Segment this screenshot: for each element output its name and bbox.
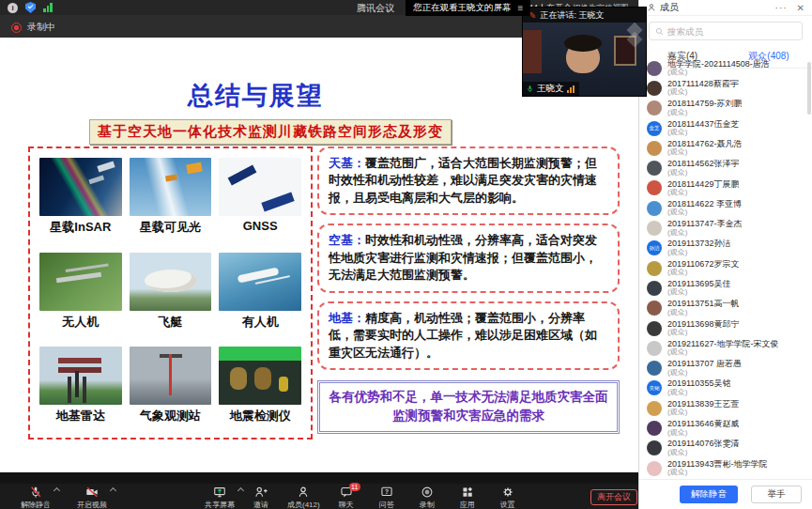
member-row[interactable]: 2019113839王艺萱(观众) <box>639 398 812 418</box>
toolbar-label: 问答 <box>379 500 394 509</box>
member-row[interactable]: 2018114759-苏刘鹏(观众) <box>639 99 812 118</box>
more-options-icon[interactable]: ··· <box>775 3 788 13</box>
bottom-toolbar: 解除静音开启视频 共享屏幕邀请成员(412)聊天11?问答录制应用设置 <box>0 484 638 509</box>
avatar <box>647 81 662 96</box>
toolbar-label: 成员(412) <box>287 500 320 509</box>
seismo-image <box>219 347 301 405</box>
menu-icon[interactable]: ≡ <box>518 3 524 13</box>
search-icon <box>655 27 664 36</box>
toolbar-share-button[interactable]: 共享屏幕 <box>205 486 235 509</box>
member-row[interactable]: 2019110672罗宗文(观众) <box>639 258 812 278</box>
member-row[interactable]: 2017111428蔡霞宇(观众) <box>639 78 812 98</box>
scrollbar[interactable] <box>807 62 811 115</box>
member-row[interactable]: 2019211627-地学学院-宋文俊(观众) <box>639 338 812 358</box>
unmute-button[interactable]: 解除静音 <box>680 486 738 503</box>
avatar <box>647 361 662 376</box>
speaker-video[interactable]: ✎ 正在讲话: 王晓文 王晓文 <box>523 8 646 96</box>
avatar <box>647 421 662 436</box>
member-role: (观众) <box>667 409 739 416</box>
slide-title: 总结与展望 <box>0 79 512 113</box>
video-feed: 王晓文 <box>523 23 646 96</box>
member-row[interactable]: 2019113698黄邱宁(观众) <box>639 318 812 338</box>
toolbar-invite-button[interactable]: 邀请 <box>247 486 275 509</box>
avatar <box>647 161 662 176</box>
member-role: (观众) <box>667 208 742 216</box>
avatar <box>647 440 662 455</box>
member-row[interactable]: 2018114429丁展鹏(观众) <box>639 178 812 198</box>
avatar <box>647 201 662 216</box>
insar-image <box>39 158 122 216</box>
gallery-item: 气象观测站 <box>130 347 212 428</box>
gallery-label: 气象观测站 <box>140 408 201 424</box>
optical-image <box>130 158 212 216</box>
member-role: (观众) <box>667 249 730 256</box>
toolbar-members-button[interactable]: 成员(412) <box>287 486 320 509</box>
member-role: (观众) <box>667 88 739 96</box>
avatar <box>647 61 662 76</box>
avatar <box>647 301 662 316</box>
chevron-up-icon[interactable] <box>110 487 116 494</box>
toolbar-label: 共享屏幕 <box>205 500 235 509</box>
info-box: 天基：覆盖范围广，适合大范围长期监测预警；但时效性和机动性较差，难以满足突发灾害… <box>317 147 620 215</box>
member-row[interactable]: 地学学院-2021114508-唐浩(观众) <box>639 58 812 78</box>
member-row[interactable]: 2018114562张泽宇(观众) <box>639 158 812 177</box>
toolbar-micOff-button[interactable]: 解除静音 <box>21 486 51 509</box>
radar-image <box>39 347 122 405</box>
member-row[interactable]: 2019113747-李金杰(观众) <box>639 218 812 238</box>
member-role: (观众) <box>667 469 767 476</box>
toolbar-label: 开启视频 <box>77 500 107 509</box>
conclusion-box: 各有优势和不足，单一技术无法满足地质灾害全面监测预警和灾害应急的需求 <box>317 380 620 434</box>
recording-icon <box>11 23 22 33</box>
member-row[interactable]: 2019113707 唐若愚(观众) <box>639 358 812 378</box>
member-role: (观众) <box>667 329 739 336</box>
close-panel-icon[interactable]: ✕ <box>797 3 804 13</box>
toolbar-chat-button[interactable]: 聊天11 <box>332 486 360 509</box>
member-row[interactable]: 金芝2018114437伍金芝(观众) <box>639 118 812 138</box>
member-role: (观众) <box>667 309 739 316</box>
member-row[interactable]: 2019113751高一帆(观众) <box>639 299 812 318</box>
member-row[interactable]: 吴铭2019110355吴铭(观众) <box>639 378 812 398</box>
drone-image <box>39 253 122 311</box>
chevron-up-icon[interactable] <box>54 487 60 494</box>
member-row[interactable]: 2019113646黄赵威(观众) <box>639 418 812 438</box>
search-input[interactable] <box>667 26 796 37</box>
gallery-label: 星载可见光 <box>140 219 201 236</box>
member-row[interactable]: 2019114076张雯清(观众) <box>639 439 812 458</box>
slide-bottom-band <box>0 472 638 484</box>
avatar <box>647 180 662 195</box>
avatar: 孙洁 <box>647 240 662 255</box>
speaking-label: 正在讲话: 王晓文 <box>540 9 604 22</box>
gnss-image <box>219 158 301 216</box>
info-icon[interactable]: i <box>8 3 18 13</box>
toolbar-record-button[interactable]: 录制 <box>413 486 441 509</box>
gallery-label: 地震检测仪 <box>230 408 291 424</box>
security-shield-icon[interactable] <box>25 2 36 13</box>
leave-meeting-button[interactable]: 离开会议 <box>590 489 637 505</box>
member-role: (观众) <box>667 109 742 116</box>
network-signal-icon[interactable] <box>43 3 53 12</box>
member-row[interactable]: 2018114622 李亚博(观众) <box>639 198 812 218</box>
avatar <box>647 281 662 296</box>
toolbar-settings-button[interactable]: 设置 <box>494 486 522 509</box>
member-row[interactable]: 2019113943曹彬-地学学院(观众) <box>639 458 812 478</box>
toolbar-apps-button[interactable]: 应用 <box>453 486 482 509</box>
member-row[interactable]: 2018114762-聂凡浩(观众) <box>639 138 812 158</box>
signal-bars-icon <box>567 85 575 93</box>
member-row[interactable]: 2019113695吴佳(观众) <box>639 278 812 298</box>
gallery-label: 星载InSAR <box>50 219 111 236</box>
member-role: (观众) <box>667 269 739 276</box>
avatar: 吴铭 <box>647 380 662 395</box>
toolbar-label: 录制 <box>420 500 435 509</box>
gallery-item: 星载InSAR <box>39 158 122 239</box>
gallery-item: GNSS <box>219 158 301 239</box>
toolbar-qa-button[interactable]: ?问答 <box>373 486 401 509</box>
gallery-item: 飞艇 <box>130 253 212 334</box>
avatar <box>647 221 662 236</box>
watching-text: 您正在观看王晓文的屏幕 <box>413 2 512 14</box>
member-search[interactable] <box>649 22 803 40</box>
toolbar-camOff-button[interactable]: 开启视频 <box>77 486 107 509</box>
member-row[interactable]: 孙洁2019113732孙洁(观众) <box>639 239 812 258</box>
chevron-up-icon[interactable] <box>237 487 244 494</box>
members-icon <box>647 3 656 12</box>
raise-hand-button[interactable]: 举手 <box>751 486 802 503</box>
